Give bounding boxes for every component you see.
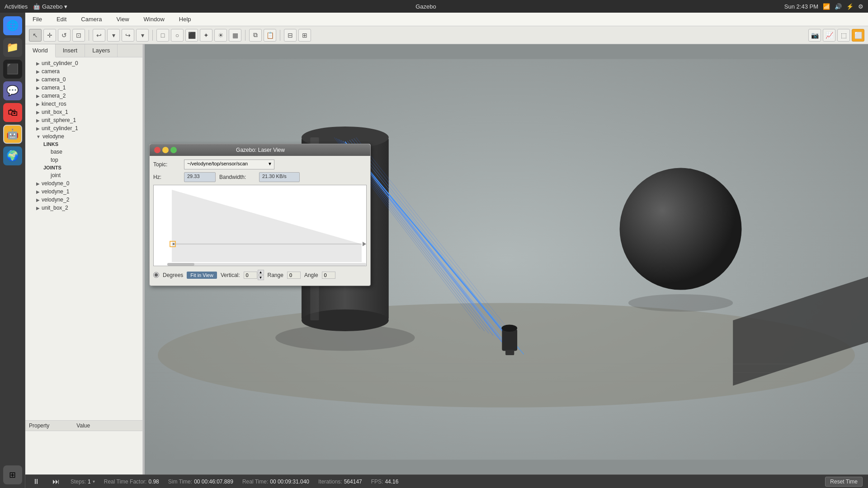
vertical-spinner[interactable]: 0 ▲ ▼: [244, 270, 264, 280]
laser-plot[interactable]: [153, 185, 367, 266]
laser-dialog: Gazebo: Laser View Topic: ~/velodyne/top…: [149, 144, 371, 286]
tool-screenshot[interactable]: 📷: [808, 29, 821, 42]
property-panel: Property Value: [25, 420, 142, 474]
app-chromium[interactable]: 🌐: [3, 16, 22, 35]
steps-dropdown[interactable]: ▾: [93, 479, 95, 484]
real-time-item: Real Time: 00 00:09:31.040: [242, 479, 309, 485]
tree-unit-sphere-1[interactable]: ▶ unit_sphere_1: [25, 116, 142, 124]
settings-icon[interactable]: ⚙: [858, 3, 863, 10]
next-btn[interactable]: ⏭: [51, 477, 61, 487]
app-network[interactable]: 🌍: [3, 146, 22, 165]
svg-rect-36: [167, 263, 366, 266]
vertical-up[interactable]: ▲: [258, 270, 264, 275]
tree-unit-box-2[interactable]: ▶ unit_box_2: [25, 204, 142, 212]
window-title: Gazebo: [415, 3, 436, 10]
tool-view1[interactable]: ⬚: [837, 29, 850, 42]
activities-label[interactable]: Activities: [5, 3, 28, 10]
tool-undo-arrow[interactable]: ▾: [107, 29, 120, 42]
tree-camera-1[interactable]: ▶ camera_1: [25, 84, 142, 92]
sim-label: Sim Time:: [168, 479, 192, 485]
system-bar-left: Activities 🤖 Gazebo ▾: [5, 3, 67, 10]
tool-snap[interactable]: ⊞: [298, 29, 311, 42]
app-teams[interactable]: 💬: [3, 81, 22, 100]
app-gazebo[interactable]: 🤖: [3, 125, 22, 144]
iter-label: Iterations:: [318, 479, 342, 485]
viewport[interactable]: Gazebo: Laser View Topic: ~/velodyne/top…: [145, 44, 868, 474]
hz-input: 29.33: [184, 172, 216, 182]
dialog-close-btn[interactable]: [154, 147, 160, 153]
tool-light[interactable]: ✦: [200, 29, 212, 42]
dialog-maximize-btn[interactable]: [170, 147, 177, 153]
fps-value: 44.16: [385, 479, 398, 485]
tree-top[interactable]: top: [25, 156, 142, 164]
tool-rotate[interactable]: ↺: [58, 29, 71, 42]
tool-cylinder[interactable]: ⬛: [185, 29, 198, 42]
tree-kinect-ros[interactable]: ▶ kinect_ros: [25, 100, 142, 108]
dropdown-arrow: ▼: [268, 161, 272, 166]
vertical-arrows[interactable]: ▲ ▼: [258, 270, 264, 280]
arrow-kinect-ros: ▶: [36, 102, 40, 107]
topic-dropdown[interactable]: ~/velodyne/top/sensor/scan ▼: [184, 160, 274, 169]
tree-base[interactable]: base: [25, 148, 142, 156]
tool-box[interactable]: □: [156, 29, 169, 42]
power-icon: ⚡: [846, 3, 854, 10]
degrees-radio[interactable]: [153, 272, 159, 278]
fps-label: FPS:: [371, 479, 383, 485]
sim-time-item: Sim Time: 00 00:46:07.889: [168, 479, 233, 485]
pause-btn[interactable]: ⏸: [31, 477, 42, 487]
app-files[interactable]: 📁: [3, 38, 22, 57]
tree-velodyne-0[interactable]: ▶ velodyne_0: [25, 179, 142, 188]
tree-camera-0[interactable]: ▶ camera_0: [25, 75, 142, 84]
app-grid[interactable]: ⊞: [3, 465, 22, 484]
app-software[interactable]: 🛍: [3, 103, 22, 122]
tool-paste[interactable]: 📋: [264, 29, 276, 42]
tool-view2[interactable]: ⬜: [852, 29, 864, 42]
tree-links-header: LINKS: [25, 141, 142, 148]
tree-camera-2[interactable]: ▶ camera_2: [25, 92, 142, 100]
tool-redo[interactable]: ↪: [122, 29, 134, 42]
menu-camera[interactable]: Camera: [77, 14, 105, 24]
reset-time-btn[interactable]: Reset Time: [825, 477, 863, 487]
fit-in-view-btn[interactable]: Fit in View: [187, 272, 217, 279]
property-header: Property Value: [25, 421, 142, 431]
label-links: LINKS: [43, 141, 58, 147]
dialog-minimize-btn[interactable]: [162, 147, 169, 153]
tool-translate[interactable]: ✛: [43, 29, 56, 42]
tree-velodyne-2[interactable]: ▶ velodyne_2: [25, 196, 142, 204]
menu-edit[interactable]: Edit: [53, 14, 70, 24]
tab-layers[interactable]: Layers: [85, 44, 118, 57]
tree-velodyne-1[interactable]: ▶ velodyne_1: [25, 188, 142, 196]
label-velodyne: velodyne: [42, 133, 64, 140]
sim-value: 00 00:46:07.889: [194, 479, 233, 485]
property-col-label: Property: [29, 422, 49, 429]
tree-joint[interactable]: joint: [25, 171, 142, 179]
menu-view[interactable]: View: [113, 14, 133, 24]
tab-insert[interactable]: Insert: [56, 44, 85, 57]
tool-select[interactable]: ↖: [29, 29, 42, 42]
tool-sphere[interactable]: ○: [171, 29, 184, 42]
tree-unit-cylinder-1[interactable]: ▶ unit_cylinder_1: [25, 124, 142, 132]
tree-unit-box-1[interactable]: ▶ unit_box_1: [25, 108, 142, 116]
tool-copy[interactable]: ⧉: [249, 29, 262, 42]
tool-record[interactable]: 📈: [823, 29, 835, 42]
tab-world[interactable]: World: [25, 44, 56, 57]
tool-undo[interactable]: ↩: [93, 29, 105, 42]
label-unit-cylinder-0: unit_cylinder_0: [42, 60, 78, 66]
tree-unit-cylinder-0[interactable]: ▶ unit_cylinder_0: [25, 59, 142, 67]
menu-file[interactable]: File: [29, 14, 46, 24]
arrow-unit-cylinder-1: ▶: [36, 126, 40, 131]
tool-texture[interactable]: ▦: [229, 29, 241, 42]
vertical-down[interactable]: ▼: [258, 275, 264, 280]
tree-camera[interactable]: ▶ camera: [25, 67, 142, 75]
tree-velodyne[interactable]: ▼ velodyne: [25, 132, 142, 141]
network-icon: 📶: [823, 3, 830, 10]
menu-window[interactable]: Window: [140, 14, 168, 24]
tool-scale[interactable]: ⊡: [72, 29, 85, 42]
menu-help[interactable]: Help: [175, 14, 195, 24]
tool-redo-arrow[interactable]: ▾: [136, 29, 149, 42]
tool-align[interactable]: ⊟: [284, 29, 297, 42]
tool-sun[interactable]: ☀: [214, 29, 227, 42]
label-velodyne-0: velodyne_0: [42, 180, 69, 187]
label-unit-box-2: unit_box_2: [42, 205, 68, 211]
app-terminal[interactable]: ⬛: [3, 60, 22, 79]
